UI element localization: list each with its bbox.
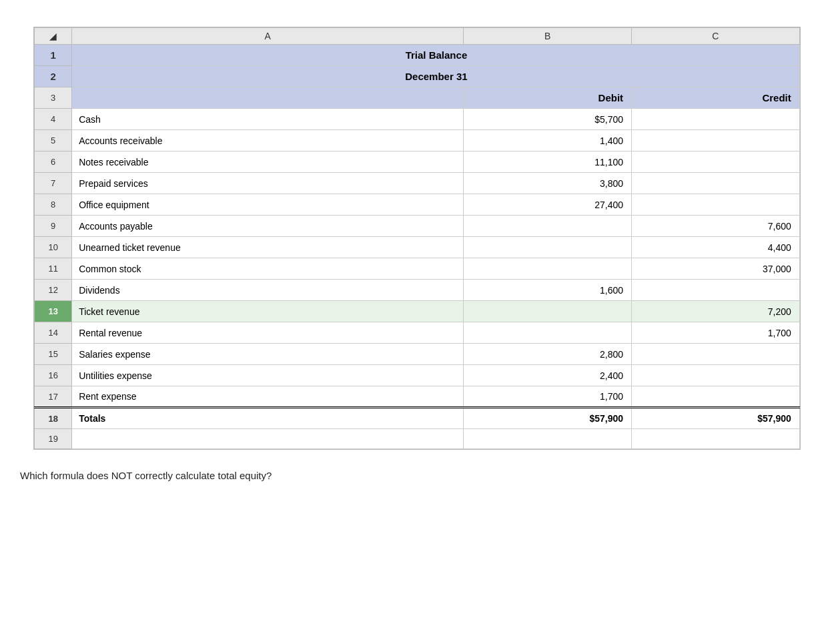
cell-a[interactable]: December 31	[72, 66, 800, 87]
cell-c[interactable]: $57,900	[632, 408, 800, 429]
row-number: 11	[35, 258, 72, 280]
table-row: 11Common stock37,000	[35, 258, 800, 280]
row-number: 16	[35, 365, 72, 386]
cell-b[interactable]: $5,700	[464, 109, 632, 130]
col-a-header: A	[72, 28, 464, 45]
cell-b[interactable]	[464, 258, 632, 280]
cell-a[interactable]: Rental revenue	[72, 322, 464, 344]
cell-a[interactable]: Rent expense	[72, 386, 464, 408]
cell-a[interactable]: Unearned ticket revenue	[72, 237, 464, 258]
cell-a[interactable]: Ticket revenue	[72, 301, 464, 322]
cell-b[interactable]: $57,900	[464, 408, 632, 429]
table-row: 8Office equipment27,400	[35, 194, 800, 216]
cell-c[interactable]: 1,700	[632, 322, 800, 344]
table-row: 1Trial Balance	[35, 45, 800, 66]
cell-c[interactable]	[632, 280, 800, 301]
cell-c[interactable]: 4,400	[632, 237, 800, 258]
table-row: 2December 31	[35, 66, 800, 87]
table-row: 4Cash$5,700	[35, 109, 800, 130]
cell-a[interactable]: Accounts payable	[72, 216, 464, 237]
cell-b[interactable]: 3,800	[464, 173, 632, 194]
cell-a[interactable]: Cash	[72, 109, 464, 130]
row-number: 17	[35, 386, 72, 408]
cell-a[interactable]: Totals	[72, 408, 464, 429]
cell-b[interactable]: 11,100	[464, 151, 632, 173]
row-number: 8	[35, 194, 72, 216]
cell-a[interactable]: Untilities expense	[72, 365, 464, 386]
cell-b[interactable]: Debit	[464, 87, 632, 109]
cell-b[interactable]: 1,600	[464, 280, 632, 301]
row-number: 15	[35, 344, 72, 365]
cell-b[interactable]: 1,400	[464, 130, 632, 151]
cell-a[interactable]: Prepaid services	[72, 173, 464, 194]
cell-a[interactable]: Accounts receivable	[72, 130, 464, 151]
cell-c[interactable]	[632, 344, 800, 365]
table-row: 19	[35, 429, 800, 449]
col-b-header: B	[464, 28, 632, 45]
cell-b[interactable]: 2,400	[464, 365, 632, 386]
cell-b[interactable]	[464, 216, 632, 237]
row-number: 13	[35, 301, 72, 322]
cell-b[interactable]: 2,800	[464, 344, 632, 365]
cell-c[interactable]	[632, 386, 800, 408]
cell-c[interactable]	[632, 429, 800, 449]
cell-a[interactable]: Dividends	[72, 280, 464, 301]
row-number: 6	[35, 151, 72, 173]
row-number: 4	[35, 109, 72, 130]
row-number: 12	[35, 280, 72, 301]
row-number: 18	[35, 408, 72, 429]
table-row: 5Accounts receivable1,400	[35, 130, 800, 151]
table-row: 6Notes receivable11,100	[35, 151, 800, 173]
table-row: 17Rent expense1,700	[35, 386, 800, 408]
cell-a[interactable]: Notes receivable	[72, 151, 464, 173]
cell-b[interactable]	[464, 322, 632, 344]
table-row: 14Rental revenue1,700	[35, 322, 800, 344]
cell-b[interactable]: 1,700	[464, 386, 632, 408]
table-row: 7Prepaid services3,800	[35, 173, 800, 194]
row-number: 10	[35, 237, 72, 258]
cell-c[interactable]	[632, 109, 800, 130]
cell-a[interactable]	[72, 429, 464, 449]
cell-a[interactable]: Trial Balance	[72, 45, 800, 66]
cell-c[interactable]	[632, 194, 800, 216]
cell-b[interactable]: 27,400	[464, 194, 632, 216]
table-row: 9Accounts payable7,600	[35, 216, 800, 237]
cell-c[interactable]: 37,000	[632, 258, 800, 280]
cell-a[interactable]: Salaries expense	[72, 344, 464, 365]
cell-c[interactable]	[632, 151, 800, 173]
cell-a[interactable]: Office equipment	[72, 194, 464, 216]
table-row: 10Unearned ticket revenue4,400	[35, 237, 800, 258]
cell-c[interactable]: Credit	[632, 87, 800, 109]
spreadsheet: ◢ A B C 1Trial Balance2December 313Debit…	[33, 27, 801, 450]
table-row: 3DebitCredit	[35, 87, 800, 109]
question-text: Which formula does NOT correctly calcula…	[13, 470, 821, 481]
corner-header: ◢	[35, 28, 72, 45]
row-number: 19	[35, 429, 72, 449]
row-number: 5	[35, 130, 72, 151]
row-number: 2	[35, 66, 72, 87]
cell-a[interactable]: Common stock	[72, 258, 464, 280]
row-number: 1	[35, 45, 72, 66]
table-row: 16Untilities expense2,400	[35, 365, 800, 386]
row-number: 3	[35, 87, 72, 109]
table-row: 12Dividends1,600	[35, 280, 800, 301]
cell-b[interactable]	[464, 237, 632, 258]
row-number: 9	[35, 216, 72, 237]
cell-b[interactable]	[464, 429, 632, 449]
cell-c[interactable]: 7,600	[632, 216, 800, 237]
cell-c[interactable]	[632, 173, 800, 194]
row-number: 14	[35, 322, 72, 344]
cell-a[interactable]	[72, 87, 464, 109]
cell-c[interactable]: 7,200	[632, 301, 800, 322]
table-row: 13Ticket revenue7,200	[35, 301, 800, 322]
cell-c[interactable]	[632, 130, 800, 151]
cell-c[interactable]	[632, 365, 800, 386]
cell-b[interactable]	[464, 301, 632, 322]
table-row: 18Totals$57,900$57,900	[35, 408, 800, 429]
table-row: 15Salaries expense2,800	[35, 344, 800, 365]
row-number: 7	[35, 173, 72, 194]
col-c-header: C	[632, 28, 800, 45]
